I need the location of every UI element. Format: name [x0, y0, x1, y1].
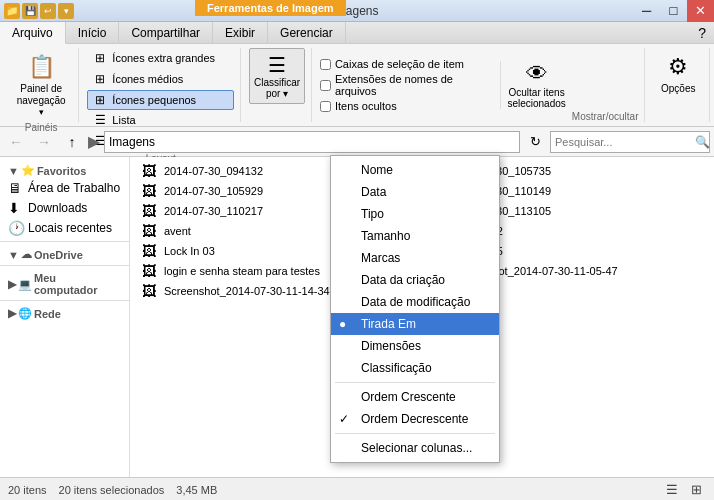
ocultar-label: Ocultar itensselecionados	[507, 87, 565, 109]
menu-item-ordem-decrescente[interactable]: ✓ Ordem Decrescente	[331, 408, 499, 430]
checkbox-itens-ocultos[interactable]: Itens ocultos	[320, 100, 495, 112]
icones-medios-label: Ícones médios	[112, 73, 183, 85]
quick-access-save[interactable]: 💾	[22, 3, 38, 19]
sidebar-item-locais-recentes[interactable]: 🕐 Locais recentes	[0, 218, 129, 238]
quick-access-dropdown[interactable]: ▾	[58, 3, 74, 19]
tirada-em-check: ●	[339, 317, 346, 331]
help-icon[interactable]: ?	[698, 25, 706, 41]
maximize-button[interactable]: □	[660, 0, 687, 22]
checkbox-caixas-selecao[interactable]: Caixas de seleção de item	[320, 58, 495, 70]
up-button[interactable]: ↑	[60, 130, 84, 154]
menu-separator-2	[335, 433, 495, 434]
path-separator-icon: ▶	[88, 132, 100, 151]
file-icon: 🖼	[142, 283, 158, 299]
ribbon-tabs: Arquivo Início Compartilhar Exibir Geren…	[0, 22, 714, 44]
file-icon: 🖼	[142, 243, 158, 259]
icones-medios-btn[interactable]: ⊞ Ícones médios	[87, 69, 234, 89]
menu-item-data-criacao[interactable]: Data da criação	[331, 269, 499, 291]
tab-gerenciar[interactable]: Gerenciar	[268, 22, 346, 43]
menu-item-classificacao[interactable]: Classificação	[331, 357, 499, 379]
address-path[interactable]: Imagens	[104, 131, 520, 153]
status-bar: 20 itens 20 itens selecionados 3,45 MB ☰…	[0, 477, 714, 500]
list-view-button[interactable]: ☰	[662, 480, 682, 500]
ribbon-group-layout: ⊞ Ícones extra grandes ⊞ Ícones médios ⊞…	[81, 48, 241, 122]
minimize-button[interactable]: ─	[633, 0, 660, 22]
menu-item-nome[interactable]: Nome	[331, 159, 499, 181]
classificar-por-button[interactable]: ☰ Classificarpor ▾	[249, 48, 305, 104]
file-size: 3,45 MB	[176, 484, 217, 496]
computador-label: Meu computador	[34, 272, 121, 296]
close-button[interactable]: ✕	[687, 0, 714, 22]
ribbon: Arquivo Início Compartilhar Exibir Geren…	[0, 22, 714, 127]
path-text: Imagens	[109, 135, 155, 149]
menu-item-data-modificacao[interactable]: Data de modificação	[331, 291, 499, 313]
quick-access-undo[interactable]: ↩	[40, 3, 56, 19]
search-icon: 🔍	[695, 135, 710, 149]
forward-button[interactable]: →	[32, 130, 56, 154]
icones-extra-label: Ícones extra grandes	[112, 52, 215, 64]
opcoes-button[interactable]: ⚙ Opções	[653, 48, 703, 98]
icones-extra-icon: ⊞	[92, 50, 108, 66]
sidebar-section-rede[interactable]: ▶ 🌐 Rede	[0, 304, 129, 321]
window-title: Imagens	[78, 4, 633, 18]
icones-pequenos-btn[interactable]: ⊞ Ícones pequenos	[87, 90, 234, 110]
classificacao-label: Classificação	[361, 361, 432, 375]
menu-item-dimensoes[interactable]: Dimensões	[331, 335, 499, 357]
tab-arquivo[interactable]: Arquivo	[0, 22, 66, 44]
ordem-crescente-label: Ordem Crescente	[361, 390, 456, 404]
search-input[interactable]	[555, 136, 693, 148]
lista-label: Lista	[112, 114, 135, 126]
menu-item-ordem-crescente[interactable]: Ordem Crescente	[331, 386, 499, 408]
classificar-label: Classificarpor ▾	[254, 77, 300, 99]
check-caixas[interactable]	[320, 59, 331, 70]
opcoes-icon: ⚙	[662, 51, 694, 83]
sidebar-item-downloads[interactable]: ⬇ Downloads	[0, 198, 129, 218]
menu-item-tirada-em[interactable]: ● Tirada Em	[331, 313, 499, 335]
data-criacao-label: Data da criação	[361, 273, 445, 287]
ocultar-icon: 👁	[526, 61, 548, 87]
painel-navegacao-button[interactable]: 📋 Painel denavegação ▾	[10, 48, 73, 120]
search-box[interactable]: 🔍	[550, 131, 710, 153]
menu-item-tipo[interactable]: Tipo	[331, 203, 499, 225]
favoritos-chevron: ▼	[8, 165, 19, 177]
sidebar-section-onedrive[interactable]: ▼ ☁ OneDrive	[0, 245, 129, 262]
app-icon: 📁	[4, 3, 20, 19]
lista-btn[interactable]: ☰ Lista	[87, 110, 234, 130]
tab-exibir[interactable]: Exibir	[213, 22, 268, 43]
tab-inicio[interactable]: Início	[66, 22, 120, 43]
sidebar: ▼ ⭐ Favoritos 🖥 Área de Trabalho ⬇ Downl…	[0, 157, 130, 477]
downloads-icon: ⬇	[8, 200, 24, 216]
area-trabalho-icon: 🖥	[8, 180, 24, 196]
file-icon: 🖼	[142, 183, 158, 199]
classificar-icon: ☰	[268, 53, 286, 77]
icones-pequenos-icon: ⊞	[92, 92, 108, 108]
address-bar: ← → ↑ ▶ Imagens ↻ 🔍	[0, 127, 714, 157]
tirada-em-label: Tirada Em	[361, 317, 416, 331]
checkbox-extensoes[interactable]: Extensões de nomes de arquivos	[320, 73, 495, 97]
sidebar-section-computador[interactable]: ▶ 💻 Meu computador	[0, 269, 129, 297]
rede-label: Rede	[34, 308, 61, 320]
icones-extra-grandes-btn[interactable]: ⊞ Ícones extra grandes	[87, 48, 234, 68]
tab-compartilhar[interactable]: Compartilhar	[119, 22, 213, 43]
title-bar: 📁 💾 ↩ ▾ Ferramentas de Imagem Imagens ─ …	[0, 0, 714, 22]
sidebar-item-area-trabalho[interactable]: 🖥 Área de Trabalho	[0, 178, 129, 198]
data-modificacao-label: Data de modificação	[361, 295, 470, 309]
menu-separator	[335, 382, 495, 383]
check-ocultos[interactable]	[320, 101, 331, 112]
check-extensoes[interactable]	[320, 80, 331, 91]
ordem-decrescente-check: ✓	[339, 412, 349, 426]
icones-medios-icon: ⊞	[92, 71, 108, 87]
menu-item-tamanho[interactable]: Tamanho	[331, 225, 499, 247]
sidebar-section-favoritos[interactable]: ▼ ⭐ Favoritos	[0, 161, 129, 178]
onedrive-label: OneDrive	[34, 249, 83, 261]
menu-item-selecionar-colunas[interactable]: Selecionar colunas...	[331, 437, 499, 459]
back-button[interactable]: ←	[4, 130, 28, 154]
ordem-decrescente-label: Ordem Decrescente	[361, 412, 468, 426]
refresh-button[interactable]: ↻	[524, 131, 546, 153]
downloads-label: Downloads	[28, 201, 87, 215]
selected-count: 20 itens selecionados	[59, 484, 165, 496]
data-label: Data	[361, 185, 386, 199]
menu-item-marcas[interactable]: Marcas	[331, 247, 499, 269]
grid-view-button[interactable]: ⊞	[686, 480, 706, 500]
menu-item-data[interactable]: Data	[331, 181, 499, 203]
